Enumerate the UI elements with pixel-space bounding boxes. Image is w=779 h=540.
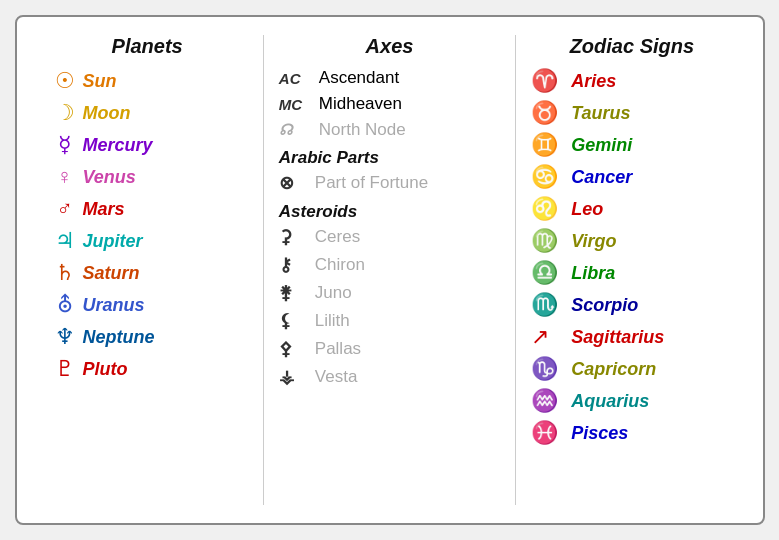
zodiac-title: Zodiac Signs (531, 35, 732, 58)
asteroid-name: Pallas (315, 339, 361, 359)
asteroid-row: ⚵ Juno (279, 282, 500, 304)
axis-name: Midheaven (319, 94, 402, 114)
planet-symbol: ♃ (47, 228, 83, 254)
zodiac-label: Cancer (571, 167, 632, 188)
planet-symbol: ☽ (47, 100, 83, 126)
zodiac-label: Taurus (571, 103, 630, 124)
arabic-symbol: ⊗ (279, 172, 315, 194)
planet-row: ♂ Mars (47, 196, 248, 222)
asteroid-name: Lilith (315, 311, 350, 331)
arabic-part-row: ⊗ Part of Fortune (279, 172, 500, 194)
zodiac-row: ♉ Taurus (531, 100, 732, 126)
zodiac-symbol: ♌ (531, 196, 571, 222)
planet-row: ♀ Venus (47, 164, 248, 190)
planet-label: Mercury (83, 135, 153, 156)
zodiac-row: ♊ Gemini (531, 132, 732, 158)
planet-label: Venus (83, 167, 136, 188)
planets-title: Planets (47, 35, 248, 58)
divider-2 (515, 35, 516, 505)
zodiac-symbol: ♋ (531, 164, 571, 190)
zodiac-symbol: ♒ (531, 388, 571, 414)
divider-1 (263, 35, 264, 505)
zodiac-row: ♎ Libra (531, 260, 732, 286)
axes-title: Axes (279, 35, 500, 58)
axes-column: Axes AC Ascendant MC Midheaven ☊ North N… (269, 35, 510, 505)
zodiac-symbol: ♉ (531, 100, 571, 126)
asteroid-symbol: ⚷ (279, 254, 315, 276)
zodiac-label: Virgo (571, 231, 616, 252)
zodiac-symbol: ♈ (531, 68, 571, 94)
zodiac-label: Capricorn (571, 359, 656, 380)
zodiac-label: Aquarius (571, 391, 649, 412)
planet-symbol: ☿ (47, 132, 83, 158)
arabic-name: Part of Fortune (315, 173, 428, 193)
zodiac-row: ♍ Virgo (531, 228, 732, 254)
asteroid-row: ⚷ Chiron (279, 254, 500, 276)
planet-symbol: ⛢ (47, 292, 83, 318)
planet-label: Neptune (83, 327, 155, 348)
planet-row: ☽ Moon (47, 100, 248, 126)
zodiac-symbol: ↗ (531, 324, 571, 350)
zodiac-label: Aries (571, 71, 616, 92)
asteroid-row: ⚶ Vesta (279, 366, 500, 388)
axis-name: North Node (319, 120, 406, 140)
asteroid-symbol: ⚳ (279, 226, 315, 248)
planet-label: Jupiter (83, 231, 143, 252)
main-card: Planets ☉ Sun ☽ Moon ☿ Mercury ♀ Venus ♂… (15, 15, 765, 525)
planet-label: Mars (83, 199, 125, 220)
zodiac-symbol: ♑ (531, 356, 571, 382)
asteroids-title: Asteroids (279, 202, 500, 222)
zodiac-symbol: ♍ (531, 228, 571, 254)
zodiac-symbol: ♏ (531, 292, 571, 318)
zodiac-row: ♋ Cancer (531, 164, 732, 190)
planet-symbol: ♂ (47, 196, 83, 222)
zodiac-symbol: ♊ (531, 132, 571, 158)
planet-symbol: ♀ (47, 164, 83, 190)
asteroid-name: Chiron (315, 255, 365, 275)
planet-label: Sun (83, 71, 117, 92)
zodiac-label: Leo (571, 199, 603, 220)
zodiac-row: ♌ Leo (531, 196, 732, 222)
planet-symbol: ♆ (47, 324, 83, 350)
zodiac-label: Scorpio (571, 295, 638, 316)
asteroid-symbol: ⚶ (279, 366, 315, 388)
planet-row: ⛢ Uranus (47, 292, 248, 318)
asteroid-row: ⚸ Lilith (279, 310, 500, 332)
zodiac-symbol: ♓ (531, 420, 571, 446)
planet-label: Uranus (83, 295, 145, 316)
planet-row: ♇ Pluto (47, 356, 248, 382)
zodiac-symbol: ♎ (531, 260, 571, 286)
asteroid-name: Ceres (315, 227, 360, 247)
zodiac-row: ♓ Pisces (531, 420, 732, 446)
planet-symbol: ☉ (47, 68, 83, 94)
axis-row: AC Ascendant (279, 68, 500, 88)
axis-symbol: AC (279, 70, 315, 87)
planet-label: Moon (83, 103, 131, 124)
asteroid-row: ⚴ Pallas (279, 338, 500, 360)
arabic-parts-title: Arabic Parts (279, 148, 500, 168)
zodiac-row: ♏ Scorpio (531, 292, 732, 318)
axis-row: MC Midheaven (279, 94, 500, 114)
zodiac-row: ↗ Sagittarius (531, 324, 732, 350)
planet-row: ♆ Neptune (47, 324, 248, 350)
zodiac-label: Libra (571, 263, 615, 284)
asteroid-row: ⚳ Ceres (279, 226, 500, 248)
zodiac-row: ♒ Aquarius (531, 388, 732, 414)
zodiac-label: Sagittarius (571, 327, 664, 348)
planet-row: ♄ Saturn (47, 260, 248, 286)
planet-row: ☿ Mercury (47, 132, 248, 158)
zodiac-row: ♈ Aries (531, 68, 732, 94)
axis-symbol: MC (279, 96, 315, 113)
asteroid-name: Vesta (315, 367, 358, 387)
planets-column: Planets ☉ Sun ☽ Moon ☿ Mercury ♀ Venus ♂… (37, 35, 258, 505)
axis-symbol: ☊ (279, 121, 315, 139)
planet-symbol: ♇ (47, 356, 83, 382)
zodiac-label: Gemini (571, 135, 632, 156)
axis-name: Ascendant (319, 68, 399, 88)
asteroid-symbol: ⚵ (279, 282, 315, 304)
asteroid-name: Juno (315, 283, 352, 303)
planet-row: ☉ Sun (47, 68, 248, 94)
axis-row: ☊ North Node (279, 120, 500, 140)
planet-row: ♃ Jupiter (47, 228, 248, 254)
planet-symbol: ♄ (47, 260, 83, 286)
